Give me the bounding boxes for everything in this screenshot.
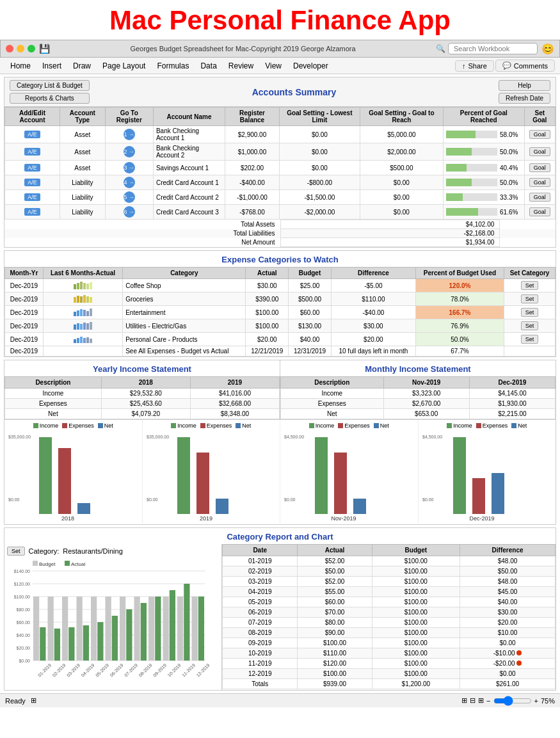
nav-button[interactable]: 2 →: [124, 146, 135, 157]
page-break-icon[interactable]: ⊞: [478, 696, 484, 705]
comments-button[interactable]: 💬 Comments: [495, 60, 555, 72]
goal-button[interactable]: Goal: [529, 130, 550, 139]
exp-col-actual: Actual: [246, 268, 289, 279]
mini-bar: [90, 282, 92, 289]
share-button[interactable]: ↑ Share: [455, 60, 494, 72]
ae-button[interactable]: A/E: [24, 193, 40, 201]
col-register-balance: Register Balance: [225, 108, 279, 126]
menu-page-layout[interactable]: Page Layout: [97, 60, 150, 72]
maximize-button[interactable]: [28, 45, 35, 52]
svg-rect-67: [163, 597, 169, 661]
ae-button[interactable]: A/E: [24, 131, 40, 138]
table-row: 05-2019 $60.00 $100.00 $40.00: [223, 597, 556, 607]
nav-button[interactable]: 4 →: [124, 177, 135, 188]
chart-box: Income Expenses Net $4,500.00 $0.00 Dec-…: [419, 420, 556, 524]
cat-col-actual: Actual: [298, 545, 372, 556]
status-ready: Ready: [5, 697, 26, 705]
traffic-lights: [6, 45, 35, 52]
zoom-slider[interactable]: [493, 696, 532, 706]
svg-text:$60.00: $60.00: [17, 620, 31, 625]
category-data-table: Date Actual Budget Difference 01-2019 $5…: [222, 544, 556, 690]
svg-text:04-2019: 04-2019: [81, 663, 95, 678]
svg-rect-61: [134, 597, 140, 661]
menu-data[interactable]: Data: [195, 60, 221, 72]
goal-button[interactable]: Goal: [529, 147, 550, 156]
goal-button[interactable]: Goal: [529, 163, 550, 172]
menu-review[interactable]: Review: [223, 60, 259, 72]
menu-view[interactable]: View: [260, 60, 287, 72]
menu-insert[interactable]: Insert: [37, 60, 67, 72]
mini-bar: [90, 297, 92, 303]
ae-button[interactable]: A/E: [24, 179, 40, 186]
table-row: Dec-2019 Groceries $390.00 $500.00 $110.…: [5, 293, 556, 306]
progress-bar-container: [446, 208, 497, 216]
menu-home[interactable]: Home: [5, 60, 36, 72]
set-category-button[interactable]: Set: [521, 335, 539, 344]
ae-button[interactable]: A/E: [24, 164, 40, 172]
svg-text:07-2019: 07-2019: [124, 663, 138, 678]
svg-text:10-2019: 10-2019: [167, 663, 182, 678]
svg-rect-64: [148, 597, 154, 661]
ae-button[interactable]: A/E: [24, 208, 40, 216]
grid-view-icon[interactable]: ⊞: [461, 696, 467, 705]
svg-rect-52: [91, 597, 97, 661]
table-row: Expenses$25,453.60$32,668.00: [5, 399, 280, 409]
set-category-button[interactable]: Set: [521, 321, 539, 330]
reports-charts-button[interactable]: Reports & Charts: [10, 93, 90, 104]
svg-rect-46: [62, 597, 68, 661]
zoom-minus-icon[interactable]: −: [486, 697, 490, 705]
menu-developer[interactable]: Developer: [288, 60, 333, 72]
svg-rect-16: [353, 499, 366, 514]
yr-col-desc: Description: [5, 377, 102, 389]
svg-rect-15: [334, 453, 347, 514]
mini-bar: [77, 338, 79, 343]
nav-button[interactable]: 6 →: [124, 206, 135, 218]
search-input[interactable]: [448, 43, 538, 54]
svg-text:$4,500.00: $4,500.00: [284, 435, 304, 439]
menu-draw[interactable]: Draw: [68, 60, 96, 72]
svg-rect-43: [48, 597, 54, 661]
mini-chart: [74, 294, 92, 303]
svg-text:$35,000.00: $35,000.00: [147, 435, 169, 439]
svg-rect-47: [68, 627, 74, 661]
category-set-button[interactable]: Set: [7, 547, 25, 556]
nav-button[interactable]: 1 →: [124, 129, 135, 140]
svg-rect-10: [216, 499, 228, 514]
table-row: 11-2019 $120.00 $100.00 -$20.00: [223, 659, 556, 669]
close-button[interactable]: [6, 45, 13, 52]
page-view-icon[interactable]: ⊟: [470, 696, 476, 705]
mini-chart: [74, 280, 92, 289]
goal-button[interactable]: Goal: [529, 178, 550, 187]
svg-rect-40: [33, 597, 39, 661]
nav-button[interactable]: 3 →: [124, 162, 135, 173]
svg-text:Dec-2019: Dec-2019: [469, 515, 494, 520]
ae-button[interactable]: A/E: [24, 148, 40, 156]
progress-bar-container: [446, 193, 497, 201]
yr-col-2019: 2019: [190, 377, 279, 389]
table-row: 12-2019 $100.00 $100.00 $0.00: [223, 669, 556, 679]
accounts-totals: Total Assets $4,102.00 Total Liabilities…: [4, 220, 556, 247]
svg-text:$120.00: $120.00: [14, 582, 30, 586]
monthly-income: Monthly Income Statement Description Nov…: [280, 360, 556, 419]
category-budget-button[interactable]: Category List & Budget: [10, 80, 90, 91]
help-button[interactable]: Help: [499, 80, 550, 91]
refresh-date-button[interactable]: Refresh Date: [499, 93, 550, 104]
progress-bar: [446, 179, 472, 186]
zoom-plus-icon[interactable]: +: [534, 697, 538, 705]
yearly-table: Description 2018 2019 Income$29,532.80$4…: [4, 376, 280, 419]
svg-rect-21: [472, 478, 485, 514]
menu-formulas[interactable]: Formulas: [152, 60, 194, 72]
minimize-button[interactable]: [17, 45, 24, 52]
mini-bar: [90, 309, 92, 316]
legend-net: Net: [236, 422, 251, 429]
nav-button[interactable]: 5 →: [124, 191, 135, 203]
goal-button[interactable]: Goal: [529, 207, 550, 216]
set-category-button[interactable]: Set: [521, 308, 539, 317]
mini-bar: [90, 322, 92, 330]
goal-button[interactable]: Goal: [529, 193, 550, 202]
svg-text:$4,500.00: $4,500.00: [422, 435, 442, 439]
set-category-button[interactable]: Set: [521, 281, 539, 290]
zoom-level: 75%: [541, 697, 555, 705]
table-row: 07-2019 $80.00 $100.00 $20.00: [223, 618, 556, 628]
set-category-button[interactable]: Set: [521, 294, 539, 303]
